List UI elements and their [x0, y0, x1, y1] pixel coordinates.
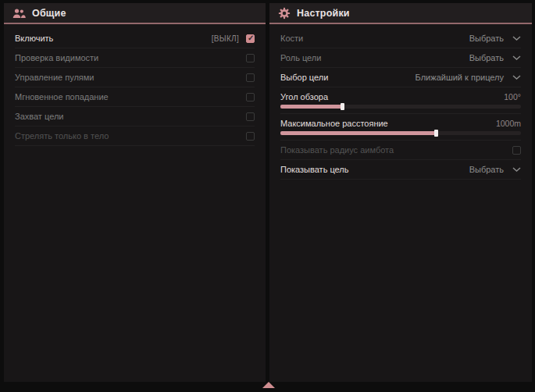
panel-settings-title: Настройки — [297, 8, 350, 19]
row-show-target-label: Показывать цель — [280, 165, 349, 174]
row-bullet-control-label: Управление пулями — [15, 73, 95, 82]
row-target-selection-label: Выбор цели — [280, 73, 328, 82]
chevron-down-icon — [512, 36, 521, 41]
max-distance-slider-handle[interactable] — [434, 130, 438, 137]
enable-checkbox[interactable] — [246, 34, 255, 43]
row-fov: Угол обзора 100° — [280, 87, 521, 114]
scroll-up-triangle-icon[interactable] — [262, 382, 275, 388]
row-visibility-check-label: Проверка видимости — [15, 53, 98, 62]
bullet-control-checkbox[interactable] — [246, 73, 255, 82]
target-role-dropdown[interactable]: Выбрать — [469, 53, 521, 62]
row-show-target: Показывать цель Выбрать — [280, 160, 521, 180]
show-target-dropdown[interactable]: Выбрать — [469, 165, 521, 174]
row-show-aimbot-radius: Показывать радиус аимбота — [280, 141, 521, 160]
visibility-check-checkbox[interactable] — [246, 54, 255, 62]
row-bullet-control: Управление пулями — [15, 68, 255, 87]
row-bones-label: Кости — [280, 34, 303, 43]
row-target-selection: Выбор цели Ближайший к прицелу — [280, 68, 521, 87]
instant-hit-checkbox[interactable] — [246, 93, 255, 102]
fov-slider-handle[interactable] — [341, 103, 344, 110]
panel-general: Общие Включить [ВЫКЛ] Проверка видимости… — [4, 3, 266, 382]
max-distance-slider[interactable] — [280, 131, 521, 135]
gear-icon — [278, 7, 291, 20]
chevron-down-icon — [512, 75, 521, 80]
target-role-dropdown-value: Выбрать — [469, 53, 504, 62]
show-aimbot-radius-checkbox[interactable] — [512, 146, 521, 155]
users-icon — [12, 8, 26, 19]
row-enable-label: Включить — [15, 34, 53, 43]
row-shoot-body-only: Стрелять только в тело — [15, 127, 255, 146]
fov-slider-fill — [280, 105, 343, 109]
keybind-tag[interactable]: [ВЫКЛ] — [212, 34, 239, 43]
bones-dropdown[interactable]: Выбрать — [469, 34, 521, 43]
fov-slider[interactable] — [280, 105, 521, 109]
max-distance-slider-fill — [280, 131, 437, 135]
max-distance-value: 1000m — [496, 119, 521, 128]
panel-general-title: Общие — [32, 8, 66, 19]
row-bones: Кости Выбрать — [280, 29, 521, 48]
row-target-role: Роль цели Выбрать — [280, 48, 521, 68]
row-max-distance: Максимальное расстояние 1000m — [280, 114, 521, 141]
show-target-dropdown-value: Выбрать — [469, 165, 504, 174]
row-target-lock: Захват цели — [15, 107, 255, 127]
target-selection-dropdown-value: Ближайший к прицелу — [416, 73, 504, 82]
row-max-distance-label: Максимальное расстояние — [280, 119, 388, 128]
shoot-body-only-checkbox[interactable] — [246, 132, 255, 141]
row-shoot-body-only-label: Стрелять только в тело — [15, 131, 109, 141]
panel-settings-rows: Кости Выбрать Роль цели Выбрать Выбор це… — [269, 24, 532, 180]
panel-settings-header: Настройки — [269, 3, 532, 24]
row-fov-label: Угол обзора — [280, 92, 328, 102]
chevron-down-icon — [512, 55, 521, 60]
panel-settings: Настройки Кости Выбрать Роль цели Выбрат… — [269, 3, 532, 382]
target-selection-dropdown[interactable]: Ближайший к прицелу — [416, 73, 521, 82]
fov-value: 100° — [504, 92, 521, 102]
panel-general-header: Общие — [4, 3, 266, 24]
target-lock-checkbox[interactable] — [246, 112, 255, 121]
row-visibility-check: Проверка видимости — [15, 48, 255, 68]
row-instant-hit-label: Мгновенное попадание — [15, 92, 109, 102]
chevron-down-icon — [512, 167, 521, 172]
bones-dropdown-value: Выбрать — [469, 34, 504, 43]
row-show-aimbot-radius-label: Показывать радиус аимбота — [280, 145, 394, 155]
panel-general-rows: Включить [ВЫКЛ] Проверка видимости Управ… — [4, 24, 266, 146]
row-target-role-label: Роль цели — [280, 53, 321, 62]
row-target-lock-label: Захват цели — [15, 112, 63, 121]
row-instant-hit: Мгновенное попадание — [15, 87, 255, 107]
row-enable: Включить [ВЫКЛ] — [15, 29, 255, 48]
